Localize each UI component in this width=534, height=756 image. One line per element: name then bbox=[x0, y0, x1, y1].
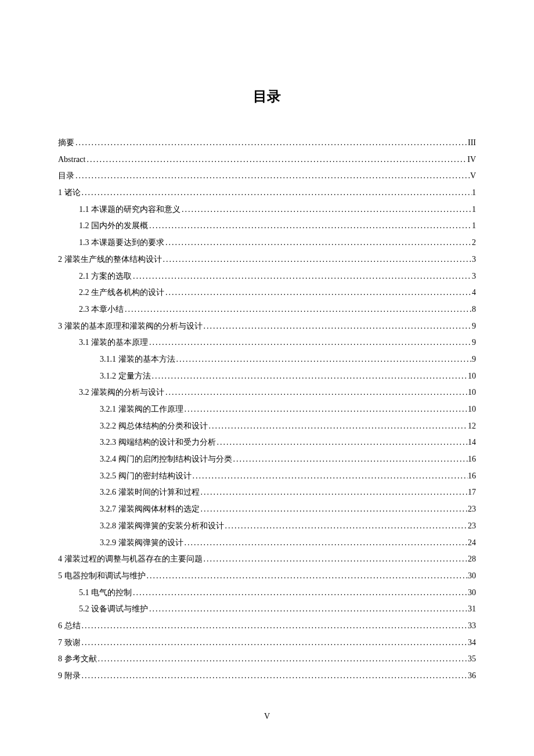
toc-entry: 摘要III bbox=[58, 135, 476, 152]
toc-entry-page: 30 bbox=[468, 568, 476, 585]
toc-entry-page: 3 bbox=[472, 268, 476, 285]
toc-entry: 3.1.1 灌装的基本方法9 bbox=[58, 351, 476, 368]
toc-entry-page: 10 bbox=[468, 368, 476, 385]
toc-dot-leader bbox=[124, 301, 472, 318]
toc-dot-leader bbox=[203, 551, 468, 568]
toc-entry: 9 附录36 bbox=[58, 668, 476, 685]
toc-entry-page: 34 bbox=[468, 635, 476, 651]
toc-entry-label: Abstract bbox=[58, 152, 85, 168]
toc-entry-label: 1.3 本课题要达到的要求 bbox=[79, 235, 164, 251]
toc-entry: 3.2.1 灌装阀的工作原理10 bbox=[58, 401, 476, 418]
toc-dot-leader bbox=[132, 585, 468, 602]
toc-entry-label: 5.2 设备调试与维护 bbox=[79, 601, 148, 618]
toc-entry-page: 1 bbox=[472, 185, 476, 201]
toc-entry-label: 3.2 灌装阀的分析与设计 bbox=[79, 384, 164, 401]
toc-entry-label: 4 灌装过程的调整与机器存在的主要问题 bbox=[58, 551, 203, 568]
toc-dot-leader bbox=[148, 334, 472, 351]
toc-entry-page: 9 bbox=[472, 334, 476, 351]
toc-entry-page: 10 bbox=[468, 384, 476, 401]
toc-entry-label: 1 诸论 bbox=[58, 185, 81, 201]
toc-entry-label: 3.1.1 灌装的基本方法 bbox=[100, 351, 175, 368]
toc-entry-label: 3.2.9 灌装阀弹簧的设计 bbox=[100, 535, 183, 552]
toc-entry: 3.2.3 阀端结构的设计和受力分析14 bbox=[58, 434, 476, 451]
toc-entry-page: 17 bbox=[468, 484, 476, 501]
toc-dot-leader bbox=[74, 135, 468, 152]
toc-dot-leader bbox=[74, 168, 470, 185]
toc-dot-leader bbox=[132, 268, 472, 285]
toc-dot-leader bbox=[164, 285, 472, 301]
toc-entry-label: 2 灌装生产线的整体结构设计 bbox=[58, 251, 162, 268]
toc-entry-label: 3.2.5 阀门的密封结构设计 bbox=[100, 468, 192, 485]
toc-entry: 1 诸论1 bbox=[58, 185, 476, 201]
toc-entry: 3.2.4 阀门的启闭控制结构设计与分类16 bbox=[58, 451, 476, 468]
toc-entry-page: IV bbox=[467, 152, 476, 168]
toc-dot-leader bbox=[81, 668, 468, 685]
toc-entry-page: 10 bbox=[468, 401, 476, 418]
toc-entry-page: 1 bbox=[472, 201, 476, 218]
toc-entry-page: 16 bbox=[468, 468, 476, 485]
toc-entry-page: 30 bbox=[468, 585, 476, 602]
toc-entry-label: 3.2.6 灌装时间的计算和过程 bbox=[100, 484, 200, 501]
toc-dot-leader bbox=[216, 434, 468, 451]
toc-dot-leader bbox=[200, 484, 468, 501]
toc-entry-page: 23 bbox=[468, 518, 476, 535]
toc-entry-label: 3.2.4 阀门的启闭控制结构设计与分类 bbox=[100, 451, 232, 468]
toc-entry-page: 9 bbox=[472, 351, 476, 368]
toc-entry-page: 28 bbox=[468, 551, 476, 568]
toc-dot-leader bbox=[181, 201, 472, 218]
toc-entry-label: 9 附录 bbox=[58, 668, 81, 685]
toc-entry-page: 2 bbox=[472, 235, 476, 251]
toc-entry-page: 23 bbox=[468, 501, 476, 518]
toc-dot-leader bbox=[146, 568, 468, 585]
toc-dot-leader bbox=[164, 384, 468, 401]
toc-entry: 7 致谢34 bbox=[58, 635, 476, 651]
toc-entry-label: 3.2.7 灌装阀阀体材料的选定 bbox=[100, 501, 200, 518]
toc-entry: 3.2.8 灌装阀弹簧的安装分析和设计23 bbox=[58, 518, 476, 535]
toc-entry-label: 3.1 灌装的基本原理 bbox=[79, 334, 148, 351]
toc-entry-page: 33 bbox=[468, 618, 476, 635]
toc-dot-leader bbox=[81, 185, 472, 201]
toc-title: 目录 bbox=[58, 87, 476, 106]
toc-dot-leader bbox=[148, 601, 468, 618]
toc-entry: 3.1 灌装的基本原理9 bbox=[58, 334, 476, 351]
toc-entry-page: 14 bbox=[468, 434, 476, 451]
toc-entry-page: 31 bbox=[468, 601, 476, 618]
toc-entry: 3.2.2 阀总体结构的分类和设计12 bbox=[58, 418, 476, 435]
toc-entry-label: 7 致谢 bbox=[58, 635, 81, 651]
toc-entry: 3.2.5 阀门的密封结构设计16 bbox=[58, 468, 476, 485]
toc-entry-page: V bbox=[470, 168, 476, 185]
toc-entry: 1.1 本课题的研究内容和意义1 bbox=[58, 201, 476, 218]
toc-entry: 4 灌装过程的调整与机器存在的主要问题28 bbox=[58, 551, 476, 568]
toc-entry: 目录V bbox=[58, 168, 476, 185]
toc-entry-page: 8 bbox=[472, 301, 476, 318]
toc-entry: 5.1 电气的控制30 bbox=[58, 585, 476, 602]
toc-dot-leader bbox=[192, 468, 468, 485]
toc-entry-page: 3 bbox=[472, 251, 476, 268]
toc-entry: 5 电器控制和调试与维护30 bbox=[58, 568, 476, 585]
toc-dot-leader bbox=[183, 535, 468, 552]
toc-entry-label: 3.2.2 阀总体结构的分类和设计 bbox=[100, 418, 208, 435]
toc-entry: 5.2 设备调试与维护31 bbox=[58, 601, 476, 618]
toc-entry-label: 3.1.2 定量方法 bbox=[100, 368, 151, 385]
toc-dot-leader bbox=[175, 351, 472, 368]
toc-entry-label: 6 总结 bbox=[58, 618, 81, 635]
toc-entry: 1.2 国内外的发展概1 bbox=[58, 218, 476, 235]
toc-entry-page: 35 bbox=[468, 651, 476, 668]
toc-entry-label: 2.2 生产线各机构的设计 bbox=[79, 285, 164, 301]
toc-dot-leader bbox=[200, 501, 468, 518]
toc-entry: 1.3 本课题要达到的要求2 bbox=[58, 235, 476, 251]
toc-entry: 2.1 方案的选取3 bbox=[58, 268, 476, 285]
toc-entry-label: 5.1 电气的控制 bbox=[79, 585, 132, 602]
toc-entry: 3.2.9 灌装阀弹簧的设计24 bbox=[58, 535, 476, 552]
toc-dot-leader bbox=[162, 251, 472, 268]
toc-entry: 3.2 灌装阀的分析与设计10 bbox=[58, 384, 476, 401]
toc-entry: 3 灌装的基本原理和灌装阀的分析与设计9 bbox=[58, 318, 476, 335]
toc-entry: 3.2.6 灌装时间的计算和过程17 bbox=[58, 484, 476, 501]
toc-entry-label: 1.2 国内外的发展概 bbox=[79, 218, 148, 235]
toc-entry: 3.1.2 定量方法10 bbox=[58, 368, 476, 385]
toc-entry-label: 8 参考文献 bbox=[58, 651, 97, 668]
page-number: V bbox=[0, 712, 534, 721]
toc-dot-leader bbox=[85, 152, 467, 168]
toc-entry: 2.3 本章小结8 bbox=[58, 301, 476, 318]
toc-entry-page: 36 bbox=[468, 668, 476, 685]
